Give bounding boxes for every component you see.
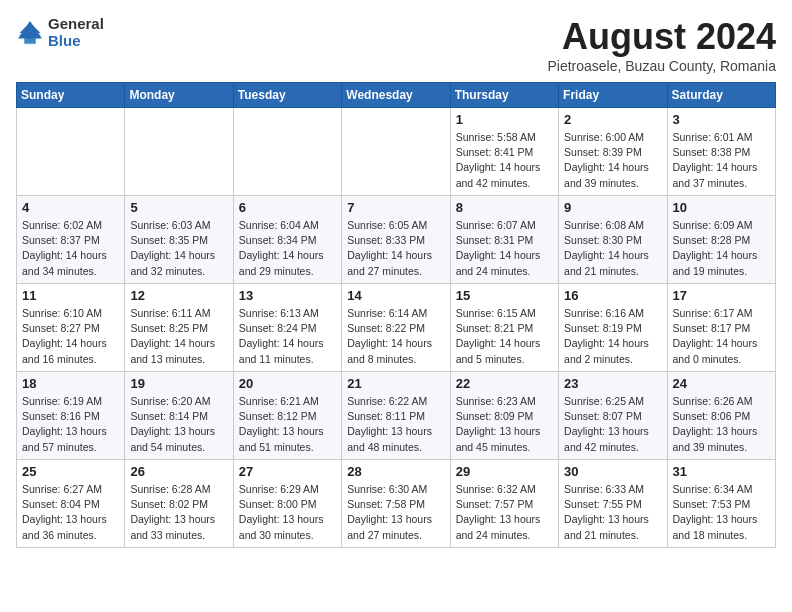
day-info: Sunrise: 6:02 AM Sunset: 8:37 PM Dayligh… — [22, 218, 119, 279]
day-info: Sunrise: 6:11 AM Sunset: 8:25 PM Dayligh… — [130, 306, 227, 367]
day-number: 5 — [130, 200, 227, 215]
calendar-cell: 13Sunrise: 6:13 AM Sunset: 8:24 PM Dayli… — [233, 284, 341, 372]
weekday-header-row: SundayMondayTuesdayWednesdayThursdayFrid… — [17, 83, 776, 108]
page-header: General Blue August 2024 Pietroasele, Bu… — [16, 16, 776, 74]
calendar-week-5: 25Sunrise: 6:27 AM Sunset: 8:04 PM Dayli… — [17, 460, 776, 548]
day-info: Sunrise: 6:32 AM Sunset: 7:57 PM Dayligh… — [456, 482, 553, 543]
calendar-cell — [233, 108, 341, 196]
calendar-cell: 16Sunrise: 6:16 AM Sunset: 8:19 PM Dayli… — [559, 284, 667, 372]
day-number: 19 — [130, 376, 227, 391]
day-info: Sunrise: 6:25 AM Sunset: 8:07 PM Dayligh… — [564, 394, 661, 455]
day-number: 11 — [22, 288, 119, 303]
day-number: 8 — [456, 200, 553, 215]
day-number: 14 — [347, 288, 444, 303]
day-info: Sunrise: 6:29 AM Sunset: 8:00 PM Dayligh… — [239, 482, 336, 543]
day-number: 26 — [130, 464, 227, 479]
calendar-header: SundayMondayTuesdayWednesdayThursdayFrid… — [17, 83, 776, 108]
day-number: 17 — [673, 288, 770, 303]
day-info: Sunrise: 6:13 AM Sunset: 8:24 PM Dayligh… — [239, 306, 336, 367]
weekday-header-friday: Friday — [559, 83, 667, 108]
calendar-cell — [342, 108, 450, 196]
day-number: 31 — [673, 464, 770, 479]
day-info: Sunrise: 6:34 AM Sunset: 7:53 PM Dayligh… — [673, 482, 770, 543]
weekday-header-monday: Monday — [125, 83, 233, 108]
calendar-week-4: 18Sunrise: 6:19 AM Sunset: 8:16 PM Dayli… — [17, 372, 776, 460]
day-number: 30 — [564, 464, 661, 479]
calendar-cell: 24Sunrise: 6:26 AM Sunset: 8:06 PM Dayli… — [667, 372, 775, 460]
weekday-header-thursday: Thursday — [450, 83, 558, 108]
weekday-header-tuesday: Tuesday — [233, 83, 341, 108]
day-info: Sunrise: 6:00 AM Sunset: 8:39 PM Dayligh… — [564, 130, 661, 191]
day-info: Sunrise: 6:28 AM Sunset: 8:02 PM Dayligh… — [130, 482, 227, 543]
weekday-header-wednesday: Wednesday — [342, 83, 450, 108]
calendar-cell: 18Sunrise: 6:19 AM Sunset: 8:16 PM Dayli… — [17, 372, 125, 460]
day-number: 27 — [239, 464, 336, 479]
day-info: Sunrise: 6:08 AM Sunset: 8:30 PM Dayligh… — [564, 218, 661, 279]
day-number: 4 — [22, 200, 119, 215]
calendar-cell: 11Sunrise: 6:10 AM Sunset: 8:27 PM Dayli… — [17, 284, 125, 372]
calendar-cell: 10Sunrise: 6:09 AM Sunset: 8:28 PM Dayli… — [667, 196, 775, 284]
day-info: Sunrise: 6:01 AM Sunset: 8:38 PM Dayligh… — [673, 130, 770, 191]
day-info: Sunrise: 6:17 AM Sunset: 8:17 PM Dayligh… — [673, 306, 770, 367]
calendar-cell: 8Sunrise: 6:07 AM Sunset: 8:31 PM Daylig… — [450, 196, 558, 284]
day-number: 28 — [347, 464, 444, 479]
day-info: Sunrise: 6:33 AM Sunset: 7:55 PM Dayligh… — [564, 482, 661, 543]
calendar-cell: 19Sunrise: 6:20 AM Sunset: 8:14 PM Dayli… — [125, 372, 233, 460]
calendar-cell — [17, 108, 125, 196]
day-number: 10 — [673, 200, 770, 215]
day-number: 9 — [564, 200, 661, 215]
calendar-cell: 12Sunrise: 6:11 AM Sunset: 8:25 PM Dayli… — [125, 284, 233, 372]
day-number: 21 — [347, 376, 444, 391]
calendar-cell: 1Sunrise: 5:58 AM Sunset: 8:41 PM Daylig… — [450, 108, 558, 196]
day-number: 22 — [456, 376, 553, 391]
calendar-cell — [125, 108, 233, 196]
day-number: 29 — [456, 464, 553, 479]
day-number: 6 — [239, 200, 336, 215]
calendar-cell: 9Sunrise: 6:08 AM Sunset: 8:30 PM Daylig… — [559, 196, 667, 284]
calendar-cell: 28Sunrise: 6:30 AM Sunset: 7:58 PM Dayli… — [342, 460, 450, 548]
day-info: Sunrise: 6:03 AM Sunset: 8:35 PM Dayligh… — [130, 218, 227, 279]
calendar-cell: 3Sunrise: 6:01 AM Sunset: 8:38 PM Daylig… — [667, 108, 775, 196]
day-number: 15 — [456, 288, 553, 303]
weekday-header-sunday: Sunday — [17, 83, 125, 108]
day-info: Sunrise: 6:22 AM Sunset: 8:11 PM Dayligh… — [347, 394, 444, 455]
day-number: 7 — [347, 200, 444, 215]
day-number: 16 — [564, 288, 661, 303]
calendar-cell: 30Sunrise: 6:33 AM Sunset: 7:55 PM Dayli… — [559, 460, 667, 548]
day-info: Sunrise: 6:19 AM Sunset: 8:16 PM Dayligh… — [22, 394, 119, 455]
day-info: Sunrise: 6:07 AM Sunset: 8:31 PM Dayligh… — [456, 218, 553, 279]
calendar-week-1: 1Sunrise: 5:58 AM Sunset: 8:41 PM Daylig… — [17, 108, 776, 196]
calendar-cell: 17Sunrise: 6:17 AM Sunset: 8:17 PM Dayli… — [667, 284, 775, 372]
day-info: Sunrise: 6:16 AM Sunset: 8:19 PM Dayligh… — [564, 306, 661, 367]
calendar-cell: 7Sunrise: 6:05 AM Sunset: 8:33 PM Daylig… — [342, 196, 450, 284]
day-info: Sunrise: 6:23 AM Sunset: 8:09 PM Dayligh… — [456, 394, 553, 455]
main-title: August 2024 — [547, 16, 776, 58]
calendar-cell: 23Sunrise: 6:25 AM Sunset: 8:07 PM Dayli… — [559, 372, 667, 460]
logo: General Blue — [16, 16, 104, 49]
calendar-cell: 6Sunrise: 6:04 AM Sunset: 8:34 PM Daylig… — [233, 196, 341, 284]
day-info: Sunrise: 5:58 AM Sunset: 8:41 PM Dayligh… — [456, 130, 553, 191]
calendar-body: 1Sunrise: 5:58 AM Sunset: 8:41 PM Daylig… — [17, 108, 776, 548]
day-info: Sunrise: 6:09 AM Sunset: 8:28 PM Dayligh… — [673, 218, 770, 279]
day-number: 24 — [673, 376, 770, 391]
calendar-cell: 31Sunrise: 6:34 AM Sunset: 7:53 PM Dayli… — [667, 460, 775, 548]
calendar-week-2: 4Sunrise: 6:02 AM Sunset: 8:37 PM Daylig… — [17, 196, 776, 284]
day-number: 3 — [673, 112, 770, 127]
calendar-cell: 27Sunrise: 6:29 AM Sunset: 8:00 PM Dayli… — [233, 460, 341, 548]
day-number: 25 — [22, 464, 119, 479]
calendar-cell: 26Sunrise: 6:28 AM Sunset: 8:02 PM Dayli… — [125, 460, 233, 548]
calendar-cell: 22Sunrise: 6:23 AM Sunset: 8:09 PM Dayli… — [450, 372, 558, 460]
day-info: Sunrise: 6:05 AM Sunset: 8:33 PM Dayligh… — [347, 218, 444, 279]
calendar-week-3: 11Sunrise: 6:10 AM Sunset: 8:27 PM Dayli… — [17, 284, 776, 372]
calendar-table: SundayMondayTuesdayWednesdayThursdayFrid… — [16, 82, 776, 548]
calendar-cell: 4Sunrise: 6:02 AM Sunset: 8:37 PM Daylig… — [17, 196, 125, 284]
day-number: 13 — [239, 288, 336, 303]
svg-marker-2 — [18, 21, 42, 38]
title-block: August 2024 Pietroasele, Buzau County, R… — [547, 16, 776, 74]
calendar-cell: 25Sunrise: 6:27 AM Sunset: 8:04 PM Dayli… — [17, 460, 125, 548]
calendar-cell: 29Sunrise: 6:32 AM Sunset: 7:57 PM Dayli… — [450, 460, 558, 548]
subtitle: Pietroasele, Buzau County, Romania — [547, 58, 776, 74]
day-info: Sunrise: 6:30 AM Sunset: 7:58 PM Dayligh… — [347, 482, 444, 543]
day-number: 20 — [239, 376, 336, 391]
day-info: Sunrise: 6:21 AM Sunset: 8:12 PM Dayligh… — [239, 394, 336, 455]
